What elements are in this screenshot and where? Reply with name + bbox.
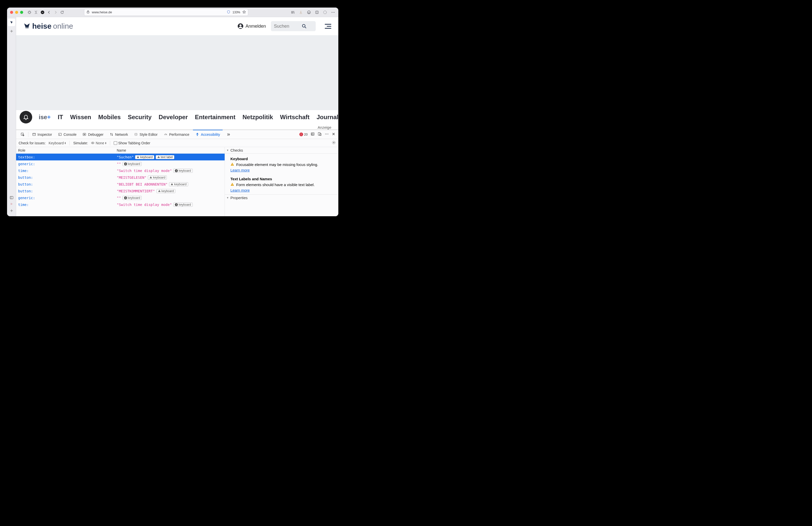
zoom-level[interactable]: 133%	[232, 11, 240, 14]
tree-role: button:	[18, 175, 117, 179]
warning-badge: text label	[156, 155, 174, 159]
tree-row[interactable]: generic:""ikeyboard	[16, 194, 224, 201]
info-badge: ikeyboard	[122, 196, 142, 200]
privacy-button[interactable]	[40, 10, 45, 15]
tab-performance[interactable]: Performance	[161, 130, 192, 139]
back-button[interactable]	[47, 10, 51, 15]
login-button[interactable]: Anmelden	[237, 23, 266, 29]
settings-icon[interactable]	[332, 141, 336, 145]
warning-icon	[230, 162, 234, 167]
site-logo[interactable]: heise online	[23, 22, 73, 30]
tree-row[interactable]: generic:""ikeyboard	[16, 160, 224, 167]
maximize-window-button[interactable]	[20, 11, 23, 14]
iframe-picker-icon[interactable]	[311, 132, 315, 137]
info-badge: ikeyboard	[173, 203, 192, 207]
lock-icon	[86, 10, 90, 14]
learn-more-link[interactable]: Learn more	[230, 188, 250, 192]
tree-role: button:	[18, 182, 117, 186]
pick-element-button[interactable]	[18, 130, 27, 139]
main-nav: ise+ IT Wissen Mobiles Security Develope…	[16, 110, 338, 124]
nav-item[interactable]: Journal	[317, 114, 338, 121]
window-controls	[10, 11, 23, 14]
site-header: heise online Anmelden	[16, 17, 338, 35]
nav-item[interactable]: Security	[128, 114, 152, 121]
nav-item[interactable]: Wissen	[70, 114, 91, 121]
tabs-overflow[interactable]	[223, 130, 233, 139]
warning-badge: keyboard	[148, 175, 167, 179]
nav-item[interactable]: Wirtschaft	[280, 114, 309, 121]
download-icon[interactable]	[299, 10, 303, 15]
check-message: Focusable element may be missing focus s…	[230, 162, 335, 167]
url-bar[interactable]: www.heise.de 133%	[84, 9, 248, 16]
search-box[interactable]	[271, 21, 316, 31]
warning-badge: keyboard	[157, 189, 175, 193]
sidebar-add-button[interactable]	[8, 207, 15, 214]
eye-icon	[91, 141, 95, 145]
panel-toggle-icon[interactable]	[10, 195, 14, 201]
notifications-button[interactable]	[20, 111, 32, 123]
tab-debugger[interactable]: Debugger	[80, 130, 106, 139]
library-icon[interactable]	[291, 10, 295, 15]
nav-item[interactable]: Entertainment	[195, 114, 235, 121]
logo-text-secondary: online	[53, 22, 73, 30]
tree-role: textbox:	[18, 155, 117, 159]
bookmark-icon[interactable]	[242, 10, 246, 15]
nav-item[interactable]: Netzpolitik	[243, 114, 273, 121]
error-icon: !	[299, 132, 303, 136]
tab-console[interactable]: Console	[56, 130, 79, 139]
search-input[interactable]	[274, 24, 299, 29]
menu-button[interactable]	[325, 24, 331, 29]
tabbing-order-checkbox[interactable]: Show Tabbing Order	[114, 141, 150, 145]
shield-icon[interactable]	[227, 10, 230, 15]
sidebar-indicator: D	[11, 203, 12, 205]
warning-icon	[230, 182, 234, 187]
svg-point-23	[327, 134, 327, 134]
close-window-button[interactable]	[10, 11, 13, 14]
tree-role: time:	[18, 169, 117, 173]
tab-network[interactable]: Network	[107, 130, 130, 139]
extension-icon-3[interactable]	[323, 10, 327, 15]
sync-button[interactable]	[34, 10, 38, 15]
tree-row[interactable]: button:"BELIEBT BEI ABONNENTEN"keyboard	[16, 181, 224, 188]
check-issues-select[interactable]: Check for issues: Keyboard ▴▾	[19, 141, 66, 145]
tab-inspector[interactable]: Inspector	[29, 130, 55, 139]
logo-text-primary: heise	[32, 22, 52, 30]
svg-rect-38	[232, 165, 233, 166]
extension-icon-1[interactable]	[307, 10, 311, 15]
nav-item[interactable]: Developer	[159, 114, 188, 121]
tab-accessibility[interactable]: Accessibility	[193, 130, 223, 139]
learn-more-link[interactable]: Learn more	[230, 168, 250, 172]
svg-point-12	[302, 24, 305, 27]
simulate-select[interactable]: Simulate: None ▴▾	[73, 141, 106, 145]
reload-button[interactable]	[60, 10, 64, 15]
column-name[interactable]: Name	[117, 148, 224, 152]
tree-name: "Suchen"keyboardtext label	[117, 155, 174, 159]
tree-name: "Switch time display mode"ikeyboard	[117, 169, 193, 173]
minimize-window-button[interactable]	[15, 11, 18, 14]
checks-header[interactable]: ▼ Checks	[225, 147, 338, 154]
nav-brand[interactable]: ise+	[39, 114, 50, 121]
new-tab-button[interactable]	[8, 28, 15, 35]
properties-header[interactable]: ▼ Properties	[225, 194, 338, 201]
tree-row[interactable]: button:"MEISTGELESEN"keyboard	[16, 174, 224, 181]
active-tab[interactable]	[8, 19, 15, 26]
tree-role: generic:	[18, 196, 117, 200]
overflow-menu-icon[interactable]	[331, 10, 335, 15]
close-devtools-icon[interactable]	[332, 132, 335, 136]
tree-name: ""ikeyboard	[117, 196, 142, 200]
column-role[interactable]: Role	[16, 148, 117, 152]
forward-button[interactable]	[53, 10, 58, 15]
devtools-menu-icon[interactable]	[325, 132, 329, 137]
tree-row[interactable]: time:"Switch time display mode"ikeyboard	[16, 167, 224, 174]
responsive-mode-icon[interactable]	[318, 132, 322, 137]
extensions-button[interactable]	[27, 10, 32, 15]
svg-rect-37	[232, 164, 233, 165]
tab-style-editor[interactable]: Style Editor	[132, 130, 160, 139]
nav-item[interactable]: Mobiles	[98, 114, 121, 121]
tree-row[interactable]: time:"Switch time display mode"ikeyboard	[16, 201, 224, 208]
nav-item[interactable]: IT	[58, 114, 63, 121]
extension-icon-2[interactable]	[315, 10, 319, 15]
error-count[interactable]: !20	[299, 132, 308, 136]
tree-row[interactable]: textbox:"Suchen"keyboardtext label	[16, 154, 224, 160]
tree-row[interactable]: button:"MEISTKOMMENTIERT"keyboard	[16, 188, 224, 194]
